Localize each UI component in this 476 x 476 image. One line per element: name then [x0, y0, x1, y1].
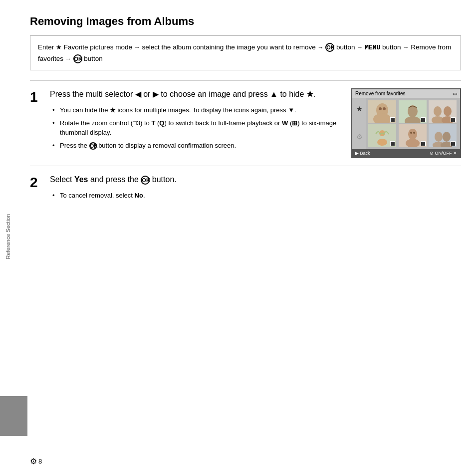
step2-title: Select Yes and press the OK button.: [50, 174, 451, 186]
svg-point-3: [379, 107, 382, 110]
step1-section: 1 Press the multi selector ◀ or ▶ to cho…: [30, 80, 461, 166]
thumb-6-badge: [451, 141, 456, 146]
thumb-4-badge: [390, 141, 395, 146]
svg-point-19: [410, 132, 412, 134]
step1-bullets: You can hide the ★ icons for multiple im…: [50, 105, 341, 150]
camera-screen-header: Remove from favorites ▭: [352, 89, 460, 98]
step2-section: 2 Select Yes and press the OK button. To…: [30, 166, 461, 211]
thumb-3: [429, 100, 457, 123]
step1-bullet2: Rotate the zoom control (□3) to T (Q) to…: [52, 118, 341, 138]
camera-footer-onoff: ⊙ ON/OFF ✕: [430, 151, 457, 156]
thumb-3-badge: [451, 117, 456, 122]
camera-footer: ▶ Back ⊙ ON/OFF ✕: [352, 149, 460, 157]
thumb-2: [399, 100, 427, 123]
main-content: Removing Images from Albums Enter ★ Favo…: [30, 15, 461, 211]
footer-page-number: 8: [38, 458, 42, 465]
page-title: Removing Images from Albums: [30, 15, 461, 28]
instruction-box: Enter ★ Favorite pictures mode → select …: [30, 35, 461, 70]
step2-bullets: To cancel removal, select No.: [50, 191, 451, 201]
svg-point-17: [408, 129, 417, 140]
camera-icon-sidebar: ★ ⚙: [352, 98, 366, 149]
thumb-1-badge: [390, 117, 395, 122]
page-footer: ⚙ 8: [30, 457, 42, 466]
step1-content: Press the multi selector ◀ or ▶ to choos…: [50, 88, 351, 158]
svg-point-9: [434, 106, 442, 116]
step1-title: Press the multi selector ◀ or ▶ to choos…: [50, 88, 341, 100]
step2-number: 2: [30, 174, 50, 191]
camera-footer-back: ▶ Back: [355, 151, 370, 156]
step1-bullet1: You can hide the ★ icons for multiple im…: [52, 105, 341, 115]
thumb-4: [368, 124, 396, 147]
thumb-5: [399, 124, 427, 147]
camera-thumbnail-grid: [366, 98, 460, 149]
step1-bullet3: Press the OK button to display a removal…: [52, 141, 341, 151]
camera-screen-icon: ▭: [453, 91, 457, 96]
svg-point-23: [443, 132, 451, 142]
thumb-2-badge: [421, 117, 426, 122]
svg-point-4: [383, 107, 386, 110]
sidebar-label: Reference Section: [5, 214, 11, 259]
step2-inner: 2 Select Yes and press the OK button. To…: [30, 174, 461, 204]
camera-screen-body: ★ ⚙: [352, 98, 460, 149]
thumb-1: [368, 100, 396, 123]
camera-screen: Remove from favorites ▭ ★ ⚙: [351, 88, 461, 158]
step2-content: Select Yes and press the OK button. To c…: [50, 174, 461, 204]
step2-bullet1: To cancel removal, select No.: [52, 191, 451, 201]
camera-screen-title: Remove from favorites: [355, 91, 406, 96]
svg-point-15: [377, 139, 387, 146]
step1-number: 1: [30, 88, 50, 158]
thumb-5-badge: [421, 141, 426, 146]
settings-icon: ⚙: [356, 133, 363, 141]
svg-point-22: [435, 132, 443, 142]
gray-tab: [0, 396, 27, 436]
thumb-6: [429, 124, 457, 147]
svg-point-20: [413, 132, 415, 134]
star-active-icon: ★: [356, 105, 363, 113]
footer-icon: ⚙: [30, 457, 37, 466]
instruction-text: Enter ★ Favorite pictures mode → select …: [38, 43, 451, 62]
svg-point-10: [444, 106, 452, 116]
